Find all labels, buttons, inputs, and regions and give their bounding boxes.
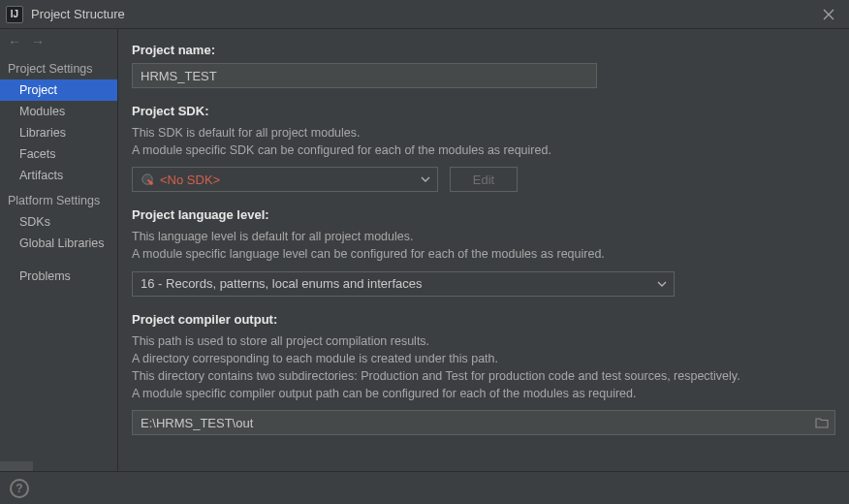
project-sdk-label: Project SDK:	[132, 104, 833, 118]
sidebar-item-problems[interactable]: Problems	[0, 266, 117, 287]
sidebar-item-libraries[interactable]: Libraries	[0, 122, 117, 143]
window-title: Project Structure	[31, 7, 125, 21]
language-level-desc-2: A module specific language level can be …	[132, 245, 833, 263]
app-icon: IJ	[6, 6, 23, 23]
sidebar-resize-grip[interactable]	[0, 461, 33, 471]
sidebar: ← → Project Settings Project Modules Lib…	[0, 29, 118, 471]
sidebar-section-project-settings: Project Settings	[0, 54, 117, 79]
project-sdk-desc-1: This SDK is default for all project modu…	[132, 124, 833, 142]
project-sdk-desc-2: A module specific SDK can be configured …	[132, 142, 833, 159]
sidebar-item-sdks[interactable]: SDKs	[0, 211, 117, 233]
chevron-down-icon	[656, 278, 668, 290]
compiler-output-desc-4: A module specific compiler output path c…	[132, 385, 833, 402]
project-sdk-value: <No SDK>	[160, 173, 220, 187]
compiler-output-field[interactable]	[132, 410, 835, 435]
project-name-label: Project name:	[132, 43, 833, 57]
language-level-value: 16 - Records, patterns, local enums and …	[141, 276, 422, 291]
svg-point-1	[149, 181, 153, 185]
titlebar: IJ Project Structure	[0, 0, 849, 29]
compiler-output-desc-2: A directory corresponding to each module…	[132, 350, 833, 367]
chevron-down-icon	[420, 173, 431, 185]
nav-back-icon[interactable]: ←	[8, 34, 21, 49]
project-name-input[interactable]	[132, 63, 597, 88]
compiler-output-input[interactable]	[141, 416, 813, 430]
sidebar-item-artifacts[interactable]: Artifacts	[0, 165, 117, 186]
compiler-output-desc-3: This directory contains two subdirectori…	[132, 367, 833, 385]
sidebar-item-modules[interactable]: Modules	[0, 101, 117, 122]
close-button[interactable]	[814, 0, 843, 29]
project-sdk-dropdown[interactable]: <No SDK>	[132, 167, 438, 192]
main-panel: Project name: Project SDK: This SDK is d…	[118, 29, 849, 471]
sidebar-item-global-libraries[interactable]: Global Libraries	[0, 233, 117, 254]
sidebar-item-project[interactable]: Project	[0, 79, 117, 101]
folder-icon	[815, 417, 829, 428]
language-level-desc-1: This language level is default for all p…	[132, 228, 833, 245]
browse-folder-button[interactable]	[813, 414, 831, 431]
compiler-output-desc-1: This path is used to store all project c…	[132, 332, 833, 350]
language-level-label: Project language level:	[132, 207, 833, 222]
dialog-footer: ?	[0, 471, 849, 504]
help-button[interactable]: ?	[10, 479, 29, 498]
sidebar-item-facets[interactable]: Facets	[0, 143, 117, 165]
close-icon	[823, 9, 834, 20]
compiler-output-label: Project compiler output:	[132, 312, 833, 327]
edit-sdk-button[interactable]: Edit	[450, 167, 518, 192]
language-level-dropdown[interactable]: 16 - Records, patterns, local enums and …	[132, 271, 675, 297]
sdk-globe-icon	[141, 173, 154, 186]
sidebar-section-platform-settings: Platform Settings	[0, 186, 117, 211]
nav-forward-icon[interactable]: →	[31, 34, 45, 49]
sidebar-nav-controls: ← →	[0, 29, 117, 54]
